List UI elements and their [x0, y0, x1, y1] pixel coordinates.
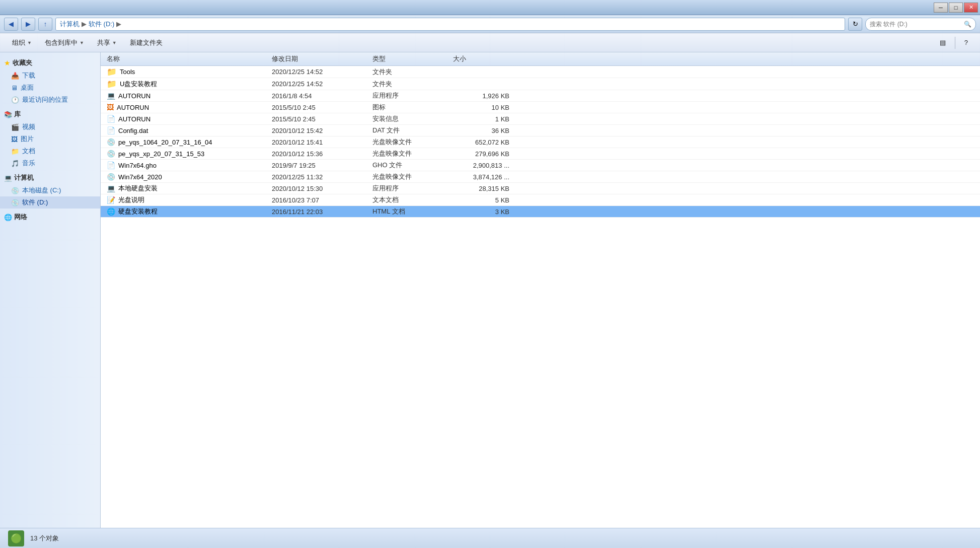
folder-icon: 📁 — [107, 79, 117, 89]
table-row[interactable]: 📄 Win7x64.gho 2019/9/7 19:25 GHO 文件 2,90… — [101, 160, 980, 171]
sidebar-item-soft-d[interactable]: 💿 软件 (D:) — [0, 196, 100, 209]
library-icon: 📚 — [4, 111, 12, 118]
file-date-cell: 2016/11/21 22:03 — [272, 208, 372, 216]
file-size-cell: 5 KB — [453, 196, 513, 204]
table-row[interactable]: 🖼 AUTORUN 2015/5/10 2:45 图标 10 KB — [101, 102, 980, 113]
file-list: 📁 Tools 2020/12/25 14:52 文件夹 📁 U盘安装教程 20… — [101, 66, 980, 218]
file-name-text: AUTORUN — [117, 104, 149, 111]
column-type[interactable]: 类型 — [372, 54, 453, 63]
file-size-cell: 279,696 KB — [453, 150, 513, 158]
column-date[interactable]: 修改日期 — [272, 54, 372, 63]
table-row[interactable]: 💿 Win7x64_2020 2020/12/25 11:32 光盘映像文件 3… — [101, 171, 980, 183]
desktop-icon: 🖥 — [11, 84, 18, 92]
file-type-cell: 应用程序 — [372, 184, 453, 193]
file-area[interactable]: 名称 修改日期 类型 大小 📁 Tools 2020/12/25 14:52 文… — [101, 52, 980, 528]
file-name-text: pe_yqs_xp_20_07_31_15_53 — [118, 150, 204, 158]
table-row[interactable]: 📝 光盘说明 2016/10/23 7:07 文本文档 5 KB — [101, 194, 980, 206]
computer-label: 计算机 — [14, 173, 34, 182]
main-container: ★ 收藏夹 📥 下载 🖥 桌面 🕐 最近访问的位置 📚 库 — [0, 52, 980, 528]
file-size-cell: 3,874,126 ... — [453, 173, 513, 181]
breadcrumb-drive[interactable]: 软件 (D:) — [89, 20, 114, 29]
sidebar-header-library[interactable]: 📚 库 — [0, 108, 100, 121]
table-row[interactable]: 💻 本地硬盘安装 2020/10/12 15:30 应用程序 28,315 KB — [101, 183, 980, 194]
file-name-text: U盘安装教程 — [120, 80, 157, 89]
address-bar: ◀ ▶ ↑ 计算机 ▶ 软件 (D:) ▶ ↻ 🔍 — [0, 15, 980, 33]
sidebar-item-pictures[interactable]: 🖼 图片 — [0, 133, 100, 145]
include-library-button[interactable]: 包含到库中 ▼ — [39, 35, 90, 50]
file-name-text: Win7x64_2020 — [118, 173, 162, 181]
table-row[interactable]: 📄 AUTORUN 2015/5/10 2:45 安装信息 1 KB — [101, 113, 980, 125]
refresh-button[interactable]: ↻ — [848, 18, 862, 31]
file-name-cell: 📄 AUTORUN — [101, 115, 272, 123]
include-label: 包含到库中 — [45, 38, 78, 47]
sidebar-header-favorites[interactable]: ★ 收藏夹 — [0, 56, 100, 70]
computer-icon: 💻 — [4, 174, 12, 182]
column-size[interactable]: 大小 — [453, 54, 513, 63]
sidebar-item-videos[interactable]: 🎬 视频 — [0, 121, 100, 133]
sidebar-item-music[interactable]: 🎵 音乐 — [0, 157, 100, 169]
table-row[interactable]: 💻 AUTORUN 2016/1/8 4:54 应用程序 1,926 KB — [101, 90, 980, 102]
share-button[interactable]: 共享 ▼ — [91, 35, 123, 50]
file-date-cell: 2015/5/10 2:45 — [272, 115, 372, 123]
help-button[interactable]: ? — [958, 35, 974, 50]
file-type-cell: GHO 文件 — [372, 161, 453, 170]
sidebar-item-local-c[interactable]: 💿 本地磁盘 (C:) — [0, 184, 100, 196]
file-date-cell: 2015/5/10 2:45 — [272, 104, 372, 111]
file-size-cell: 1,926 KB — [453, 92, 513, 100]
up-button[interactable]: ↑ — [38, 18, 52, 31]
sidebar-item-recent[interactable]: 🕐 最近访问的位置 — [0, 94, 100, 106]
file-type-cell: 光盘映像文件 — [372, 172, 453, 181]
back-button[interactable]: ◀ — [4, 18, 18, 31]
recent-label: 最近访问的位置 — [22, 95, 68, 104]
sidebar-item-documents[interactable]: 📁 文档 — [0, 145, 100, 157]
file-name-text: 光盘说明 — [118, 195, 144, 204]
table-row[interactable]: 💿 pe_yqs_xp_20_07_31_15_53 2020/10/12 15… — [101, 148, 980, 160]
table-row[interactable]: 📄 Config.dat 2020/10/12 15:42 DAT 文件 36 … — [101, 125, 980, 136]
close-button[interactable]: ✕ — [964, 3, 978, 13]
forward-button[interactable]: ▶ — [21, 18, 35, 31]
file-date-cell: 2020/10/12 15:41 — [272, 139, 372, 146]
organize-button[interactable]: 组织 ▼ — [6, 35, 38, 50]
file-size-cell: 10 KB — [453, 104, 513, 111]
table-row[interactable]: 🌐 硬盘安装教程 2016/11/21 22:03 HTML 文档 3 KB — [101, 206, 980, 218]
file-type-cell: 文本文档 — [372, 195, 453, 204]
file-name-text: 硬盘安装教程 — [118, 207, 158, 216]
new-folder-button[interactable]: 新建文件夹 — [124, 35, 169, 50]
search-input[interactable] — [870, 21, 962, 28]
folder-icon: 📁 — [107, 67, 117, 77]
sidebar-section-favorites: ★ 收藏夹 📥 下载 🖥 桌面 🕐 最近访问的位置 — [0, 56, 100, 106]
maximize-button[interactable]: □ — [949, 3, 963, 13]
exe-icon: 💻 — [107, 92, 115, 100]
search-icon: 🔍 — [964, 21, 971, 28]
sidebar-header-network[interactable]: 🌐 网络 — [0, 211, 100, 224]
file-date-cell: 2020/12/25 14:52 — [272, 80, 372, 88]
sidebar-item-downloads[interactable]: 📥 下载 — [0, 70, 100, 82]
file-name-text: Tools — [120, 68, 135, 76]
file-type-cell: DAT 文件 — [372, 126, 453, 135]
file-name-cell: 💿 pe_yqs_1064_20_07_31_16_04 — [101, 138, 272, 146]
sidebar-header-computer[interactable]: 💻 计算机 — [0, 171, 100, 184]
file-name-cell: 📁 U盘安装教程 — [101, 79, 272, 89]
table-row[interactable]: 📁 U盘安装教程 2020/12/25 14:52 文件夹 — [101, 78, 980, 90]
table-row[interactable]: 📁 Tools 2020/12/25 14:52 文件夹 — [101, 66, 980, 78]
include-arrow: ▼ — [80, 40, 84, 45]
file-name-cell: 💿 pe_yqs_xp_20_07_31_15_53 — [101, 150, 272, 158]
table-row[interactable]: 💿 pe_yqs_1064_20_07_31_16_04 2020/10/12 … — [101, 136, 980, 148]
sidebar-section-network: 🌐 网络 — [0, 211, 100, 224]
desktop-label: 桌面 — [21, 83, 34, 92]
column-header: 名称 修改日期 类型 大小 — [101, 52, 980, 66]
file-type-cell: 图标 — [372, 103, 453, 112]
minimize-button[interactable]: ─ — [934, 3, 948, 13]
sidebar-item-desktop[interactable]: 🖥 桌面 — [0, 82, 100, 94]
breadcrumb-sep-1: ▶ — [82, 20, 87, 28]
status-bar: 🟢 13 个对象 — [0, 528, 980, 548]
title-bar: ─ □ ✕ — [0, 0, 980, 15]
videos-icon: 🎬 — [11, 123, 19, 131]
column-name[interactable]: 名称 — [101, 54, 272, 63]
documents-icon: 📁 — [11, 148, 19, 155]
drive-c-icon: 💿 — [11, 187, 19, 194]
file-type-cell: HTML 文档 — [372, 207, 453, 216]
views-button[interactable]: ▤ — [934, 35, 952, 50]
breadcrumb-computer[interactable]: 计算机 — [60, 20, 80, 29]
file-name-cell: 📄 Config.dat — [101, 126, 272, 134]
